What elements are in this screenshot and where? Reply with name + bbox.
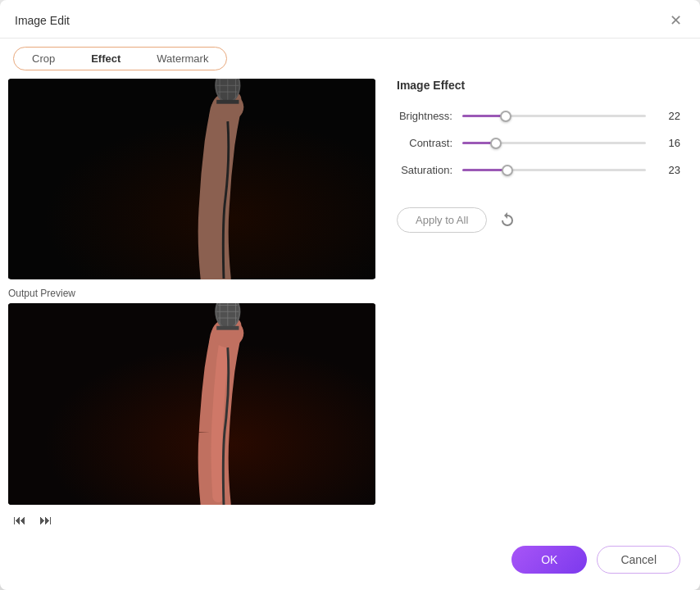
saturation-value: 23 — [656, 164, 680, 176]
effect-title: Image Effect — [397, 79, 680, 92]
next-frame-button[interactable]: ⏭ — [36, 511, 56, 529]
contrast-value: 16 — [656, 137, 680, 149]
output-image — [8, 303, 375, 505]
content-area: Output Preview — [0, 70, 700, 533]
close-button[interactable]: ✕ — [666, 11, 685, 30]
brightness-label: Brightness: — [397, 110, 462, 122]
cancel-button[interactable]: Cancel — [597, 546, 680, 574]
tab-effect[interactable]: Effect — [73, 48, 139, 70]
dialog-title: Image Edit — [15, 14, 70, 27]
image-edit-dialog: Image Edit ✕ Crop Effect Watermark — [0, 0, 700, 590]
svg-rect-15 — [8, 303, 375, 504]
saturation-label: Saturation: — [397, 164, 462, 176]
apply-to-all-button[interactable]: Apply to All — [397, 207, 487, 233]
apply-row: Apply to All — [397, 207, 680, 233]
contrast-row: Contrast: 16 — [397, 137, 680, 149]
title-bar: Image Edit ✕ — [0, 0, 700, 39]
contrast-label: Contrast: — [397, 137, 462, 149]
output-preview-label: Output Preview — [8, 288, 375, 299]
reset-icon — [498, 211, 516, 229]
svg-rect-27 — [216, 325, 239, 329]
right-panel: Image Effect Brightness: 22 Contrast: 16… — [384, 79, 700, 533]
left-panel: Output Preview — [0, 79, 384, 533]
output-preview — [8, 303, 375, 505]
saturation-row: Saturation: 23 — [397, 164, 680, 176]
brightness-slider[interactable] — [462, 115, 646, 117]
tab-bar: Crop Effect Watermark — [0, 39, 700, 70]
prev-frame-button[interactable]: ⏮ — [10, 511, 30, 529]
footer: OK Cancel — [0, 533, 700, 590]
playback-bar: ⏮ ⏭ — [8, 505, 375, 533]
svg-rect-13 — [216, 100, 239, 104]
saturation-slider[interactable] — [462, 169, 646, 171]
original-preview — [8, 79, 375, 279]
reset-button[interactable] — [497, 210, 518, 231]
tab-crop[interactable]: Crop — [14, 48, 73, 70]
original-image — [8, 79, 375, 279]
tab-watermark[interactable]: Watermark — [139, 48, 226, 70]
brightness-value: 22 — [656, 110, 680, 122]
brightness-row: Brightness: 22 — [397, 110, 680, 122]
contrast-slider[interactable] — [462, 142, 646, 144]
svg-rect-1 — [8, 79, 375, 279]
tab-group: Crop Effect Watermark — [13, 47, 227, 70]
ok-button[interactable]: OK — [511, 546, 587, 574]
